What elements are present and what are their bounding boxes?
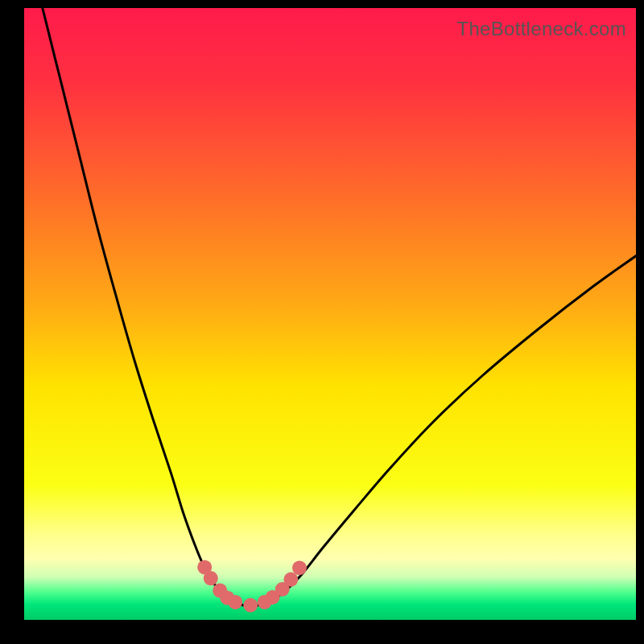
chart-background <box>24 8 636 620</box>
chart-frame: TheBottleneck.com <box>0 0 644 644</box>
plot-area: TheBottleneck.com <box>24 8 636 620</box>
marker-point <box>228 595 242 609</box>
marker-point <box>292 560 307 575</box>
marker-point <box>243 598 258 613</box>
marker-point <box>204 571 218 585</box>
marker-point <box>283 572 298 587</box>
chart-svg <box>24 8 636 620</box>
watermark-text: TheBottleneck.com <box>456 18 626 40</box>
